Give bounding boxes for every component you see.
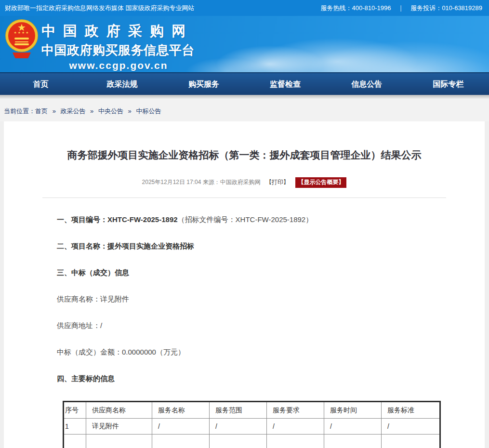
meta-divider <box>42 198 446 198</box>
national-emblem-logo: ★ ★★★★ <box>6 20 38 52</box>
table-cell <box>210 435 267 448</box>
breadcrumb-link-home[interactable]: 首页 <box>35 107 48 115</box>
table-cell: / <box>267 419 324 435</box>
emblem-ribbon <box>13 53 31 58</box>
service-hotline: 服务热线：400-810-1996 <box>320 4 391 13</box>
breadcrumb-current: 中标公告 <box>136 107 161 115</box>
article-body: 一、项目编号：XHTC-FW-2025-1892（招标文件编号：XHTC-FW-… <box>4 214 485 383</box>
paragraph-supplier-address: 供应商地址：/ <box>57 320 485 330</box>
table-header-row: 序号 供应商名称 服务名称 服务范围 服务要求 服务时间 服务标准 <box>64 402 440 419</box>
table-cell <box>86 435 152 448</box>
breadcrumb-separator: » <box>90 107 93 115</box>
emblem-gate-icon <box>14 38 29 40</box>
table-cell: / <box>382 419 440 435</box>
article-panel: 商务部援外项目实施企业资格招标（第一类：援外成套项目管理企业）结果公示 2025… <box>4 121 485 448</box>
site-header: ★ ★★★★ 中国政府采购网 中国政府购买服务信息平台 www.ccgp.gov… <box>0 16 489 72</box>
breadcrumb-separator: » <box>53 107 56 115</box>
article-meta: 2025年12月12日 17:04 来源：中国政府采购网 【打印】 【显示公告概… <box>4 177 485 188</box>
paragraph-award-amount: 中标（成交）金额：0.0000000（万元） <box>57 347 485 357</box>
table-cell: / <box>324 419 382 435</box>
breadcrumb-separator: » <box>128 107 132 115</box>
breadcrumb-link-central-notices[interactable]: 中央公告 <box>98 107 123 115</box>
nav-item-regulations[interactable]: 政采法规 <box>81 73 163 95</box>
site-brand[interactable]: 中国政府采购网 中国政府购买服务信息平台 www.ccgp.gov.cn <box>41 22 196 71</box>
paragraph-project-name: 二、项目名称：援外项目实施企业资格招标 <box>57 241 485 251</box>
top-service-bar: 财政部唯一指定政府采购信息网络发布媒体 国家级政府采购专业网站 服务热线：400… <box>0 0 489 16</box>
main-nav: 首页 政采法规 购买服务 监督检查 信息公告 国际专栏 <box>0 72 489 95</box>
topbar-separator: ｜ <box>397 4 404 13</box>
paragraph-award-info-heading: 三、中标（成交）信息 <box>57 267 485 277</box>
nav-item-purchase-services[interactable]: 购买服务 <box>163 73 244 95</box>
nav-item-announcements[interactable]: 信息公告 <box>326 73 408 95</box>
table-cell <box>267 435 324 448</box>
table-header-supplier: 供应商名称 <box>86 402 152 419</box>
project-number-bold: 一、项目编号：XHTC-FW-2025-1892 <box>57 215 178 224</box>
source-label: 来源：中国政府采购网 <box>203 179 261 185</box>
table-cell: 1 <box>64 419 86 435</box>
table-cell: / <box>152 419 210 435</box>
emblem-small-stars-icon: ★★★★ <box>13 31 29 35</box>
site-subtitle: 中国政府购买服务信息平台 <box>41 42 196 59</box>
print-button[interactable]: 【打印】 <box>266 179 289 185</box>
table-header-service-requirement: 服务要求 <box>267 402 324 419</box>
paragraph-project-number: 一、项目编号：XHTC-FW-2025-1892（招标文件编号：XHTC-FW-… <box>57 214 485 224</box>
table-header-service-scope: 服务范围 <box>210 402 267 419</box>
table-header-service-name: 服务名称 <box>152 402 210 419</box>
paragraph-main-subject-heading: 四、主要标的信息 <box>57 373 485 383</box>
nav-item-home[interactable]: 首页 <box>0 73 81 95</box>
table-cell: / <box>210 419 267 435</box>
table-header-service-time: 服务时间 <box>324 402 382 419</box>
table-header-index: 序号 <box>64 402 86 419</box>
table-cell <box>152 435 210 448</box>
project-number-rest: （招标文件编号：XHTC-FW-2025-1892） <box>178 215 313 224</box>
breadcrumb: 当前位置：首页 » 政采公告 » 中央公告 » 中标公告 <box>0 99 489 121</box>
site-url: www.ccgp.gov.cn <box>41 60 196 71</box>
paragraph-supplier-name: 供应商名称：详见附件 <box>57 294 485 304</box>
table-row-empty <box>64 435 440 448</box>
service-complaint: 服务投诉：010-63819289 <box>410 4 482 13</box>
site-slogan: 财政部唯一指定政府采购信息网络发布媒体 国家级政府采购专业网站 <box>5 4 195 13</box>
publish-datetime: 2025年12月12日 17:04 <box>142 179 201 185</box>
nav-item-international[interactable]: 国际专栏 <box>408 73 489 95</box>
table-cell <box>382 435 440 448</box>
table-row: 1 详见附件 / / / / / <box>64 419 440 435</box>
breadcrumb-link-procurement-notices[interactable]: 政采公告 <box>60 107 85 115</box>
breadcrumb-prefix: 当前位置： <box>4 107 35 115</box>
bid-info-table: 序号 供应商名称 服务名称 服务范围 服务要求 服务时间 服务标准 1 详见附件… <box>63 401 441 448</box>
table-header-service-standard: 服务标准 <box>382 402 440 419</box>
table-cell <box>64 435 86 448</box>
table-cell <box>324 435 382 448</box>
show-summary-button[interactable]: 【显示公告概要】 <box>295 177 346 188</box>
page-title: 商务部援外项目实施企业资格招标（第一类：援外成套项目管理企业）结果公示 <box>4 121 485 162</box>
site-name: 中国政府采购网 <box>41 22 196 41</box>
nav-shadow-strip <box>0 95 489 99</box>
nav-item-supervision[interactable]: 监督检查 <box>245 73 326 95</box>
table-cell: 详见附件 <box>86 419 152 435</box>
